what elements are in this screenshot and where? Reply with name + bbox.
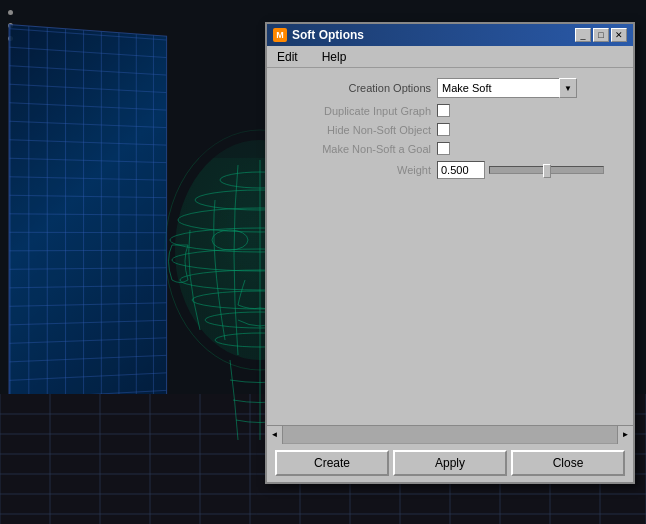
scroll-right-button[interactable]: ► xyxy=(617,426,633,444)
duplicate-row: Duplicate Input Graph xyxy=(277,104,623,117)
hide-label: Hide Non-Soft Object xyxy=(277,124,437,136)
menu-bar: Edit Help xyxy=(267,46,633,68)
maximize-button[interactable]: □ xyxy=(593,28,609,42)
creation-options-label: Creation Options xyxy=(277,82,437,94)
close-dialog-button[interactable]: Close xyxy=(511,450,625,476)
hide-checkbox[interactable] xyxy=(437,123,450,136)
hide-row: Hide Non-Soft Object xyxy=(277,123,623,136)
menu-edit[interactable]: Edit xyxy=(273,48,302,66)
scroll-left-button[interactable]: ◄ xyxy=(267,426,283,444)
make-goal-row: Make Non-Soft a Goal xyxy=(277,142,623,155)
dialog-icon: M xyxy=(273,28,287,42)
weight-slider[interactable] xyxy=(489,166,604,174)
duplicate-checkbox[interactable] xyxy=(437,104,450,117)
creation-options-dropdown-container: Make Soft Make Rigid Make Cloth ▼ xyxy=(437,78,577,98)
title-left: M Soft Options xyxy=(273,28,364,42)
soft-options-dialog: M Soft Options _ □ ✕ Edit Help Creation … xyxy=(265,22,635,484)
minimize-button[interactable]: _ xyxy=(575,28,591,42)
scroll-track[interactable] xyxy=(283,426,617,443)
close-button[interactable]: ✕ xyxy=(611,28,627,42)
dialog-buttons: Create Apply Close xyxy=(267,443,633,482)
window-controls: _ □ ✕ xyxy=(575,28,627,42)
create-button[interactable]: Create xyxy=(275,450,389,476)
menu-help[interactable]: Help xyxy=(318,48,351,66)
scrollbar-area: ◄ ► xyxy=(267,425,633,443)
dot-1 xyxy=(8,10,13,15)
weight-input[interactable] xyxy=(437,161,485,179)
dialog-title: Soft Options xyxy=(292,28,364,42)
make-goal-label: Make Non-Soft a Goal xyxy=(277,143,437,155)
apply-button[interactable]: Apply xyxy=(393,450,507,476)
dialog-body: Creation Options Make Soft Make Rigid Ma… xyxy=(267,68,633,195)
creation-options-select[interactable]: Make Soft Make Rigid Make Cloth xyxy=(437,78,577,98)
dialog-titlebar: M Soft Options _ □ ✕ xyxy=(267,24,633,46)
dialog-spacer xyxy=(267,195,633,425)
make-goal-checkbox[interactable] xyxy=(437,142,450,155)
creation-options-row: Creation Options Make Soft Make Rigid Ma… xyxy=(277,78,623,98)
viewport: M Soft Options _ □ ✕ Edit Help Creation … xyxy=(0,0,646,524)
duplicate-label: Duplicate Input Graph xyxy=(277,105,437,117)
slider-thumb[interactable] xyxy=(543,164,551,178)
weight-slider-container xyxy=(489,166,604,174)
weight-row: Weight xyxy=(277,161,623,179)
weight-label: Weight xyxy=(277,164,437,176)
